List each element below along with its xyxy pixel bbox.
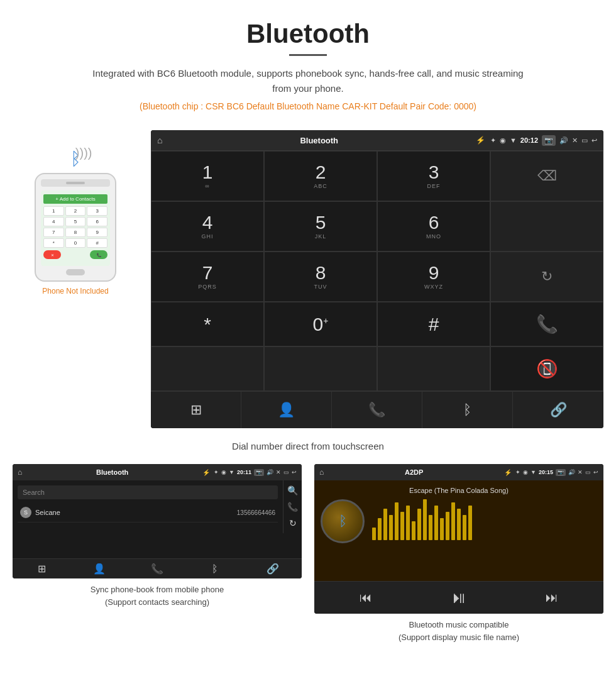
- pb-back-icon[interactable]: ↩: [292, 469, 297, 476]
- dial-key-3[interactable]: 3 DEF: [377, 151, 490, 201]
- phone-top-bar: [41, 179, 110, 187]
- music-status-icons: ✦ ◉ ▼ 20:15 📷 🔊 ✕ ▭ ↩: [515, 469, 598, 476]
- phonebook-list: Search S Seicane 13566664466: [13, 480, 283, 533]
- phone-key-0[interactable]: 0: [65, 238, 86, 248]
- phone-bottom-bar: ✕ 📞: [43, 250, 107, 259]
- phone-key-star[interactable]: *: [43, 238, 64, 248]
- phone-key-7[interactable]: 7: [43, 228, 64, 237]
- visualizer-bar: [412, 521, 415, 540]
- car-toolbar-apps[interactable]: ⊞: [151, 392, 241, 428]
- dial-key-0[interactable]: 0+: [264, 302, 377, 346]
- bluetooth-toolbar-icon: ᛒ: [463, 402, 471, 418]
- ms-close-icon[interactable]: ✕: [578, 469, 583, 476]
- refresh-icon[interactable]: ↻: [289, 518, 297, 528]
- car-location-icon: ◉: [500, 136, 506, 145]
- visualizer-bar: [451, 502, 455, 540]
- phone-key-3[interactable]: 3: [87, 206, 107, 216]
- ms-back-icon[interactable]: ↩: [593, 469, 598, 476]
- phonebook-status-bar: ⌂ Bluetooth ⚡ ✦ ◉ ▼ 20:11 📷 🔊 ✕ ▭ ↩: [13, 464, 302, 480]
- phone-key-hash[interactable]: #: [87, 238, 107, 248]
- dial-call-green-btn[interactable]: 📞: [490, 302, 603, 346]
- car-toolbar-call[interactable]: 📞: [332, 392, 422, 428]
- car-home-icon[interactable]: ⌂: [157, 135, 162, 145]
- phone-key-1[interactable]: 1: [43, 206, 64, 216]
- phone-key-9[interactable]: 9: [87, 228, 107, 237]
- contact-name: Seicane: [35, 509, 237, 516]
- phone-call-btn[interactable]: 📞: [90, 250, 107, 259]
- visualizer-bar: [434, 506, 438, 540]
- dial-sync-btn[interactable]: ↻: [490, 252, 603, 302]
- ms-time: 20:15: [539, 469, 553, 476]
- music-usb-icon: ⚡: [504, 469, 512, 476]
- dial-delete-btn[interactable]: ⌫: [490, 151, 603, 201]
- pb-toolbar-call[interactable]: 📞: [128, 563, 186, 575]
- car-toolbar-bluetooth[interactable]: ᛒ: [422, 392, 513, 428]
- visualizer-bar: [463, 515, 466, 540]
- pb-close-icon[interactable]: ✕: [276, 469, 281, 476]
- dial-key-7[interactable]: 7 PQRS: [151, 252, 264, 302]
- phone-numpad: 1 2 3 4 5 6 7 8 9 * 0 #: [43, 206, 107, 248]
- visualizer-bar: [429, 515, 432, 540]
- car-window-icon[interactable]: ▭: [581, 136, 588, 145]
- music-home-icon[interactable]: ⌂: [319, 468, 324, 477]
- car-bt-status-icon: ✦: [490, 136, 496, 145]
- phone-key-8[interactable]: 8: [65, 228, 86, 237]
- pb-wifi-icon: ▼: [229, 469, 234, 476]
- car-toolbar-link[interactable]: 🔗: [513, 392, 603, 428]
- call-icon[interactable]: 📞: [287, 502, 298, 512]
- pb-win-icon[interactable]: ▭: [283, 469, 289, 476]
- pb-toolbar-contacts[interactable]: 👤: [70, 563, 128, 575]
- dial-key-1[interactable]: 1 ∞: [151, 151, 264, 201]
- pb-vol-icon[interactable]: 🔊: [267, 469, 273, 476]
- car-status-bar: ⌂ Bluetooth ⚡ ✦ ◉ ▼ 20:12 📷 🔊 ✕ ▭ ↩: [151, 130, 603, 150]
- phone-home-button[interactable]: [66, 269, 85, 275]
- dial-key-8[interactable]: 8 TUV: [264, 252, 377, 302]
- car-screen-main: ⌂ Bluetooth ⚡ ✦ ◉ ▼ 20:12 📷 🔊 ✕ ▭ ↩: [151, 130, 603, 428]
- phone-key-5[interactable]: 5: [65, 217, 86, 226]
- bottom-screens: ⌂ Bluetooth ⚡ ✦ ◉ ▼ 20:11 📷 🔊 ✕ ▭ ↩: [0, 464, 616, 643]
- visualizer-bar: [389, 515, 393, 540]
- phone-key-2[interactable]: 2: [65, 206, 86, 216]
- music-body: ᛒ: [321, 499, 597, 543]
- phone-key-6[interactable]: 6: [87, 217, 107, 226]
- next-track-btn[interactable]: ⏭: [546, 590, 558, 605]
- dial-key-star[interactable]: *: [151, 302, 264, 346]
- ms-vol-icon[interactable]: 🔊: [568, 469, 575, 476]
- ms-cam-icon[interactable]: 📷: [556, 469, 566, 476]
- dial-key-5[interactable]: 5 JKL: [264, 201, 377, 252]
- phone-section: ᛒ )))) + Add to Contacts 1 2 3 4 5 6 7 8…: [13, 130, 138, 428]
- dial-key-2[interactable]: 2 ABC: [264, 151, 377, 201]
- dial-empty-4: [377, 346, 490, 391]
- dial-empty-2: [151, 346, 264, 391]
- visualizer-bar: [457, 509, 461, 540]
- phonebook-search-bar[interactable]: Search: [18, 485, 278, 499]
- car-camera-icon[interactable]: 📷: [542, 135, 556, 146]
- pb-toolbar-bt[interactable]: ᛒ: [186, 563, 244, 575]
- pb-toolbar-link[interactable]: 🔗: [244, 563, 302, 575]
- dial-call-red-btn[interactable]: 📵: [490, 346, 603, 391]
- phonebook-home-icon[interactable]: ⌂: [18, 468, 22, 477]
- search-icon[interactable]: 🔍: [287, 485, 298, 495]
- pb-bt-icon: ✦: [214, 469, 219, 476]
- play-pause-btn[interactable]: ⏯: [451, 588, 467, 607]
- car-toolbar-contacts[interactable]: 👤: [241, 392, 332, 428]
- car-close-icon[interactable]: ✕: [572, 136, 578, 145]
- prev-track-btn[interactable]: ⏮: [360, 590, 372, 605]
- bluetooth-icon-area: ᛒ )))): [70, 149, 81, 169]
- car-volume-icon[interactable]: 🔊: [559, 136, 568, 145]
- dial-key-6[interactable]: 6 MNO: [377, 201, 490, 252]
- ms-win-icon[interactable]: ▭: [585, 469, 591, 476]
- pb-toolbar-apps[interactable]: ⊞: [13, 563, 70, 575]
- dial-key-9[interactable]: 9 WXYZ: [377, 252, 490, 302]
- phone-end-btn[interactable]: ✕: [43, 250, 61, 259]
- pb-cam-icon[interactable]: 📷: [254, 469, 264, 476]
- pb-bt-toolbar-icon: ᛒ: [212, 563, 218, 575]
- contact-row[interactable]: S Seicane 13566664466: [18, 503, 278, 523]
- car-back-icon[interactable]: ↩: [591, 136, 597, 145]
- car-screen-title: Bluetooth: [167, 136, 471, 145]
- dial-key-4[interactable]: 4 GHI: [151, 201, 264, 252]
- phone-key-4[interactable]: 4: [43, 217, 64, 226]
- dial-caption: Dial number direct from touchscreen: [0, 441, 616, 451]
- dial-key-hash[interactable]: #: [377, 302, 490, 346]
- dial-empty-3: [264, 346, 377, 391]
